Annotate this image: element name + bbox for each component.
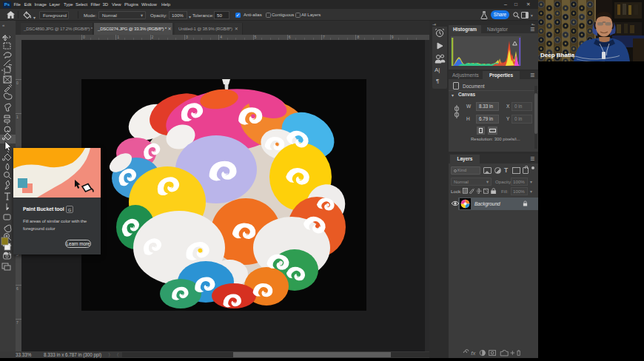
svg-text:«: « — [2, 23, 5, 27]
svg-text:A|: A| — [435, 67, 440, 73]
svg-text:fx: fx — [471, 350, 476, 357]
svg-text:¶: ¶ — [436, 78, 439, 84]
svg-text:Deep Bhatia: Deep Bhatia — [540, 52, 575, 58]
